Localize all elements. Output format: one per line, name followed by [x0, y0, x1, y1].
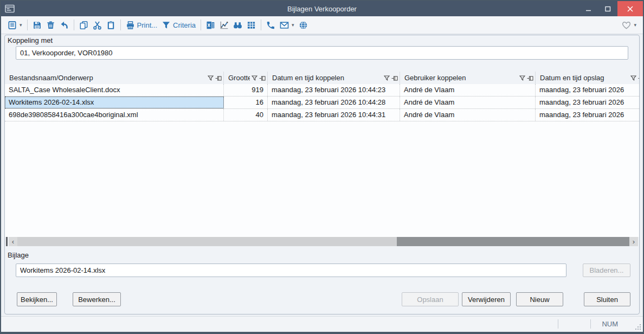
resize-grip[interactable]	[635, 324, 642, 331]
bijlage-field[interactable]	[16, 264, 566, 277]
form-menu-button[interactable]: ▾	[6, 20, 24, 31]
table-cell[interactable]: maandag, 23 februari 2026 10:44:31	[268, 109, 400, 121]
browse-button[interactable]: Bladeren...	[583, 264, 630, 277]
table-cell[interactable]: SALTA_Case WholesaleClient.docx	[5, 84, 224, 96]
table-cell[interactable]: 40	[224, 109, 268, 121]
minimize-button[interactable]	[578, 1, 598, 16]
splitter-handle[interactable]	[6, 237, 8, 246]
pin-icon[interactable]	[527, 73, 533, 83]
column-header-label: Datum en tijd opslag	[540, 74, 629, 82]
column-header-label: Gebruiker koppelen	[404, 74, 518, 82]
delete-record-button[interactable]: Verwijderen	[462, 292, 511, 306]
window-title: Bijlagen Verkooporder	[1, 5, 643, 13]
form-window-icon	[5, 4, 15, 13]
column-header-datum-tijd-opslag[interactable]: Datum en tijd opslag	[536, 72, 639, 84]
column-header-label: Grootte	[228, 74, 250, 82]
scrollbar-track[interactable]	[17, 237, 629, 246]
binoculars-button[interactable]	[231, 20, 244, 31]
maximize-button[interactable]	[598, 1, 617, 16]
filter-icon[interactable]	[384, 73, 390, 83]
app-window-icon[interactable]	[1, 1, 18, 16]
criteria-filter-button[interactable]: Criteria	[160, 20, 197, 31]
column-header-datum-tijd-koppelen[interactable]: Datum en tijd koppelen	[268, 72, 400, 84]
toolbar-separator	[261, 20, 261, 30]
table-cell[interactable]: 16	[224, 97, 268, 108]
column-header-icons	[252, 73, 266, 83]
form-menu-icon	[8, 21, 17, 30]
koppeling-label: Koppeling met	[8, 36, 53, 44]
table-row[interactable]: Workitems 2026-02-14.xlsx16maandag, 23 f…	[5, 97, 639, 109]
pin-icon[interactable]	[391, 73, 398, 83]
table-row[interactable]: SALTA_Case WholesaleClient.docx919maanda…	[5, 84, 639, 97]
globe-button[interactable]	[297, 20, 310, 31]
content-panel: Koppeling met Bestandsnaam/OnderwerpGroo…	[4, 35, 640, 314]
table-cell[interactable]: maandag, 23 februari 2026 10:44:28	[268, 97, 400, 108]
table-cell[interactable]: maandag, 23 februari 2026	[536, 109, 639, 121]
paste-button[interactable]	[105, 20, 117, 31]
print-icon	[126, 21, 135, 30]
table-cell[interactable]: 698de3980858416a300cae4boriginal.xml	[5, 109, 224, 121]
column-header-bestandsnaam-onderwerp[interactable]: Bestandsnaam/Onderwerp	[5, 72, 224, 84]
new-record-button[interactable]: Nieuw	[516, 292, 563, 306]
undo-button[interactable]	[58, 20, 70, 31]
scrollbar-thumb[interactable]	[397, 237, 629, 246]
table-header-row: Bestandsnaam/OnderwerpGrootteDatum en ti…	[5, 72, 639, 85]
attachments-table: Bestandsnaam/OnderwerpGrootteDatum en ti…	[5, 72, 639, 237]
table-cell[interactable]: 919	[224, 84, 268, 96]
favorite-heart-button[interactable]: ▾	[620, 20, 638, 31]
table-cell[interactable]: maandag, 23 februari 2026	[536, 84, 639, 96]
scroll-left-button[interactable]: ‹	[9, 237, 17, 246]
table-cell[interactable]: André de Vlaam	[400, 109, 536, 121]
pin-icon[interactable]	[215, 73, 222, 83]
table-grid-button[interactable]	[245, 20, 257, 31]
line-chart-icon	[220, 21, 229, 30]
table-grid-icon	[247, 21, 256, 30]
statusbar-separator	[558, 319, 558, 329]
dropdown-caret-icon: ▾	[20, 23, 22, 28]
horizontal-scrollbar[interactable]: ‹ ›	[6, 237, 638, 246]
column-header-gebruiker-koppelen[interactable]: Gebruiker koppelen	[400, 72, 536, 84]
filter-icon[interactable]	[208, 73, 214, 83]
column-header-icons	[208, 73, 222, 83]
print-button[interactable]: Print...	[124, 20, 159, 31]
toolbar-separator	[120, 20, 121, 30]
dialog-window: Bijlagen Verkooporder ▾Print...Criteria▾…	[0, 0, 644, 334]
table-cell[interactable]: maandag, 23 februari 2026 10:44:23	[268, 84, 400, 96]
cut-button[interactable]	[91, 20, 104, 31]
table-row[interactable]: 698de3980858416a300cae4boriginal.xml40ma…	[5, 109, 639, 121]
toolbar-separator	[201, 20, 201, 30]
pin-icon[interactable]	[259, 73, 266, 83]
maximize-icon	[605, 6, 611, 12]
dropdown-caret-icon: ▾	[634, 23, 636, 28]
email-icon	[280, 21, 289, 30]
pin-icon[interactable]	[638, 73, 639, 83]
save-record-button[interactable]: Opslaan	[402, 292, 459, 306]
view-button[interactable]: Bekijken...	[17, 292, 57, 306]
column-header-icons	[630, 73, 639, 83]
close-button[interactable]	[617, 1, 643, 16]
delete-button[interactable]	[44, 20, 57, 31]
phone-button[interactable]	[265, 20, 277, 31]
koppeling-field[interactable]	[16, 46, 628, 60]
cut-icon	[93, 21, 102, 30]
table-cell[interactable]: André de Vlaam	[400, 97, 536, 108]
filter-icon[interactable]	[519, 73, 525, 83]
table-cell[interactable]: André de Vlaam	[400, 84, 536, 96]
filter-icon[interactable]	[252, 73, 257, 83]
toolbar-separator	[74, 20, 74, 30]
table-cell[interactable]: Workitems 2026-02-14.xlsx	[5, 97, 224, 108]
copy-button[interactable]	[78, 20, 90, 31]
line-chart-button[interactable]	[218, 20, 230, 31]
close-dialog-button[interactable]: Sluiten	[584, 292, 630, 306]
column-header-label: Bestandsnaam/Onderwerp	[9, 74, 206, 82]
save-button[interactable]	[31, 20, 43, 31]
filter-icon[interactable]	[630, 73, 636, 83]
table-body: SALTA_Case WholesaleClient.docx919maanda…	[5, 84, 639, 237]
scroll-right-button[interactable]: ›	[629, 237, 638, 246]
table-cell[interactable]: maandag, 23 februari 2026	[536, 97, 639, 108]
excel-button[interactable]	[204, 20, 217, 31]
column-header-grootte[interactable]: Grootte	[224, 72, 268, 84]
edit-button[interactable]: Bewerken...	[73, 292, 121, 306]
save-icon	[33, 21, 42, 30]
email-button[interactable]: ▾	[278, 20, 296, 31]
